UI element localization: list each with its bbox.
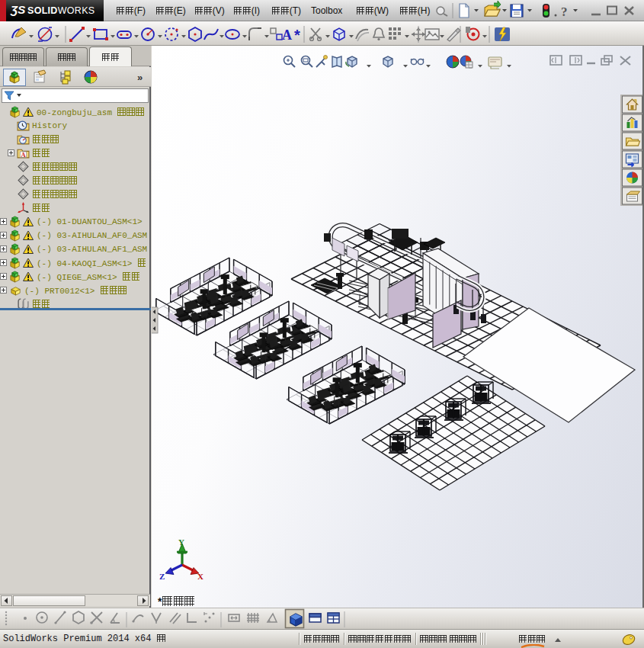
svg-text:»: » [137, 72, 143, 83]
svg-text:A: A [282, 27, 292, 43]
svg-text:Y: Y [178, 537, 184, 547]
svg-text:*: * [294, 27, 300, 43]
svg-text:Z: Z [159, 572, 165, 581]
svg-text:?: ? [561, 5, 568, 19]
svg-text:X: X [197, 572, 203, 581]
